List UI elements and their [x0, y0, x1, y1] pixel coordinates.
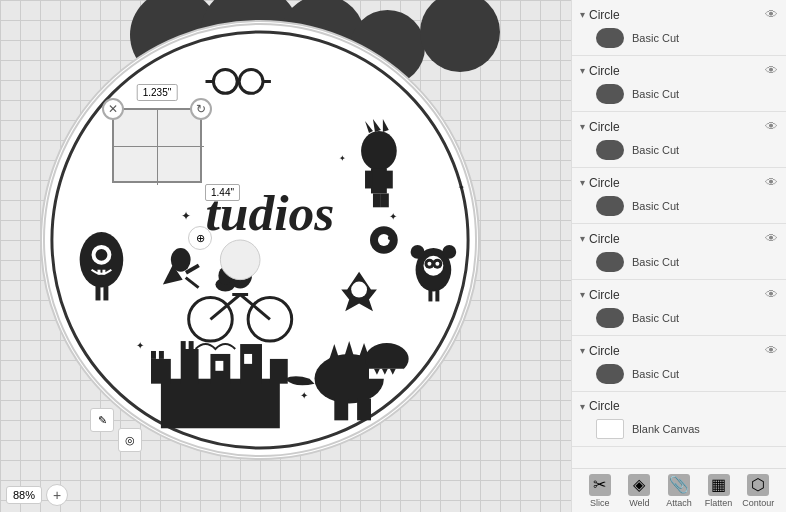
- crosshair-vertical: [157, 110, 158, 185]
- layer-item-3: ▾Circle👁Basic Cut: [572, 112, 786, 168]
- layer-sub-6: Basic Cut: [580, 305, 778, 331]
- bottom-toolbar: ✂Slice◈Weld📎Attach▦Flatten⬡Contour: [572, 468, 786, 512]
- layer-header-5: ▾Circle👁: [580, 228, 778, 249]
- layer-title: Circle: [589, 8, 620, 22]
- layer-sub-2: Basic Cut: [580, 81, 778, 107]
- layer-thumb: [596, 84, 624, 104]
- eye-icon[interactable]: 👁: [765, 231, 778, 246]
- layer-thumb: [596, 364, 624, 384]
- eye-icon[interactable]: 👁: [765, 7, 778, 22]
- chevron-icon[interactable]: ▾: [580, 289, 585, 300]
- height-label: 1.44": [205, 184, 240, 201]
- layer-header-4: ▾Circle👁: [580, 172, 778, 193]
- svg-rect-12: [373, 193, 381, 207]
- svg-point-42: [427, 262, 431, 266]
- svg-point-46: [411, 245, 425, 259]
- canvas-icon-search[interactable]: ⊕: [188, 226, 212, 250]
- selection-close-button[interactable]: ✕: [102, 98, 124, 120]
- svg-text:✦: ✦: [181, 209, 191, 223]
- svg-rect-45: [435, 290, 439, 302]
- svg-rect-10: [365, 171, 373, 189]
- layer-sub-label: Blank Canvas: [632, 423, 700, 435]
- eye-icon[interactable]: 👁: [765, 63, 778, 78]
- svg-rect-23: [102, 270, 105, 275]
- layer-sub-label: Basic Cut: [632, 88, 679, 100]
- contour-icon: ⬡: [747, 474, 769, 496]
- layer-sub-8: Blank Canvas: [580, 416, 778, 442]
- layer-header-2: ▾Circle👁: [580, 60, 778, 81]
- svg-rect-56: [181, 341, 186, 349]
- zoom-plus-button[interactable]: +: [46, 484, 68, 506]
- toolbar-btn-weld[interactable]: ◈Weld: [621, 474, 657, 508]
- chevron-icon[interactable]: ▾: [580, 9, 585, 20]
- toolbar-btn-flatten[interactable]: ▦Flatten: [701, 474, 737, 508]
- layer-title: Circle: [589, 344, 620, 358]
- svg-point-47: [442, 245, 456, 259]
- dark-circle-5: [420, 0, 500, 72]
- svg-text:✦: ✦: [389, 211, 397, 222]
- eye-icon[interactable]: 👁: [765, 287, 778, 302]
- svg-point-19: [96, 249, 108, 261]
- layer-thumb: [596, 308, 624, 328]
- chevron-icon[interactable]: ▾: [580, 345, 585, 356]
- eye-icon[interactable]: 👁: [765, 119, 778, 134]
- layer-sub-label: Basic Cut: [632, 256, 679, 268]
- svg-rect-48: [161, 379, 280, 429]
- layer-item-7: ▾Circle👁Basic Cut: [572, 336, 786, 392]
- svg-rect-55: [159, 351, 164, 359]
- svg-text:✦: ✦: [300, 390, 308, 401]
- layer-sub-label: Basic Cut: [632, 368, 679, 380]
- svg-rect-58: [215, 361, 223, 371]
- canvas-area: tudios: [0, 0, 571, 512]
- toolbar-btn-label: Attach: [666, 498, 692, 508]
- canvas-icon-target[interactable]: ◎: [118, 428, 142, 452]
- layer-item-4: ▾Circle👁Basic Cut: [572, 168, 786, 224]
- main-design-circle: tudios: [40, 20, 480, 460]
- layer-thumb: [596, 252, 624, 272]
- chevron-icon[interactable]: ▾: [580, 401, 585, 412]
- toolbar-btn-attach[interactable]: 📎Attach: [661, 474, 697, 508]
- canvas-icon-edit[interactable]: ✎: [90, 408, 114, 432]
- svg-text:✦: ✦: [136, 340, 144, 351]
- chevron-icon[interactable]: ▾: [580, 177, 585, 188]
- toolbar-btn-label: Weld: [629, 498, 649, 508]
- layer-item-1: ▾Circle👁Basic Cut: [572, 0, 786, 56]
- layer-item-8: ▾CircleBlank Canvas: [572, 392, 786, 447]
- chevron-icon[interactable]: ▾: [580, 121, 585, 132]
- layer-sub-3: Basic Cut: [580, 137, 778, 163]
- zoom-label: 88%: [6, 486, 42, 504]
- svg-rect-44: [428, 290, 432, 302]
- layer-thumb: [596, 140, 624, 160]
- toolbar-btn-label: Slice: [590, 498, 610, 508]
- layer-sub-label: Basic Cut: [632, 312, 679, 324]
- svg-text:✦: ✦: [339, 154, 346, 163]
- svg-text:✦: ✦: [458, 183, 465, 192]
- selection-rotate-button[interactable]: ↻: [190, 98, 212, 120]
- svg-rect-11: [385, 171, 393, 189]
- svg-rect-57: [189, 341, 194, 349]
- attach-icon: 📎: [668, 474, 690, 496]
- layer-sub-label: Basic Cut: [632, 144, 679, 156]
- svg-point-77: [378, 234, 390, 246]
- layer-header-8: ▾Circle: [580, 396, 778, 416]
- layer-title: Circle: [589, 232, 620, 246]
- slice-icon: ✂: [589, 474, 611, 496]
- eye-icon[interactable]: 👁: [765, 343, 778, 358]
- layer-sub-label: Basic Cut: [632, 200, 679, 212]
- chevron-icon[interactable]: ▾: [580, 233, 585, 244]
- layer-thumb: [596, 196, 624, 216]
- svg-rect-59: [244, 354, 252, 364]
- layer-sub-4: Basic Cut: [580, 193, 778, 219]
- toolbar-btn-contour[interactable]: ⬡Contour: [740, 474, 776, 508]
- layer-header-1: ▾Circle👁: [580, 4, 778, 25]
- layer-sub-1: Basic Cut: [580, 25, 778, 51]
- crosshair-horizontal: [114, 146, 204, 147]
- layer-item-6: ▾Circle👁Basic Cut: [572, 280, 786, 336]
- layer-header-6: ▾Circle👁: [580, 284, 778, 305]
- toolbar-btn-slice[interactable]: ✂Slice: [582, 474, 618, 508]
- eye-icon[interactable]: 👁: [765, 175, 778, 190]
- chevron-icon[interactable]: ▾: [580, 65, 585, 76]
- layer-item-2: ▾Circle👁Basic Cut: [572, 56, 786, 112]
- svg-point-32: [220, 240, 260, 280]
- zoom-bar: 88% +: [6, 484, 68, 506]
